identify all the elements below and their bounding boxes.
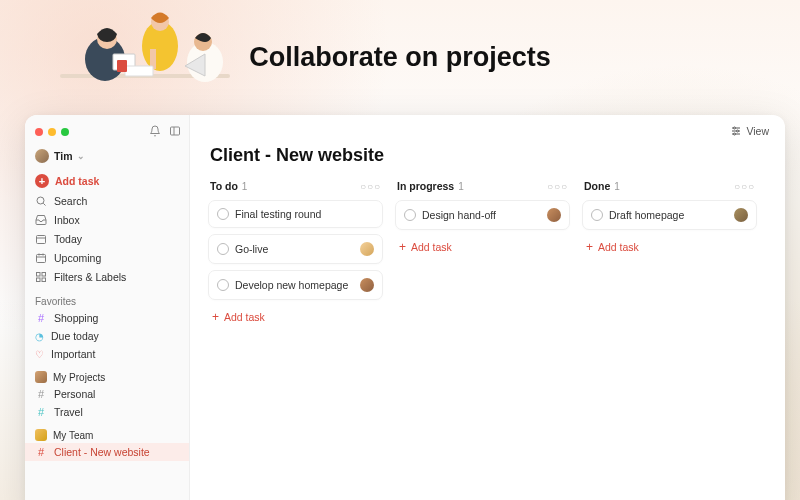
column-done: Done 1 ○○○ Draft homepage + Add task [582, 180, 757, 328]
inbox-icon [35, 214, 47, 226]
plus-icon: + [35, 174, 49, 188]
nav-label: Search [54, 195, 87, 207]
project-label: Client - New website [54, 446, 150, 458]
assignee-avatar[interactable] [360, 242, 374, 256]
svg-rect-22 [42, 272, 46, 276]
favorites-section-label: Favorites [25, 286, 189, 309]
sidebar: Tim ⌄ + Add task Search Inbox Today Upco… [25, 115, 190, 500]
column-title: In progress [397, 180, 454, 192]
svg-point-29 [737, 130, 739, 132]
card-title: Final testing round [235, 208, 374, 220]
hash-icon: # [35, 446, 47, 458]
nav-today[interactable]: Today [25, 229, 189, 248]
view-button[interactable]: View [730, 125, 769, 137]
plus-icon: + [212, 310, 219, 324]
calendar-today-icon [35, 233, 47, 245]
add-task-label: Add task [598, 241, 639, 253]
sliders-icon [730, 125, 742, 137]
heart-icon: ♡ [35, 349, 44, 360]
nav-inbox[interactable]: Inbox [25, 210, 189, 229]
close-dot[interactable] [35, 128, 43, 136]
column-more-icon[interactable]: ○○○ [547, 181, 568, 192]
task-card[interactable]: Go-live [208, 234, 383, 264]
nav-filters[interactable]: Filters & Labels [25, 267, 189, 286]
kanban-board: To do 1 ○○○ Final testing round Go-live [208, 180, 771, 328]
add-task-button[interactable]: + Add task [25, 171, 189, 191]
column-count: 1 [614, 181, 620, 192]
project-label: Travel [54, 406, 83, 418]
my-team-label: My Team [53, 430, 93, 441]
task-card[interactable]: Final testing round [208, 200, 383, 228]
plus-icon: + [586, 240, 593, 254]
checkbox[interactable] [217, 243, 229, 255]
column-in-progress: In progress 1 ○○○ Design hand-off + Add … [395, 180, 570, 328]
bell-icon[interactable] [149, 125, 161, 139]
add-task-button[interactable]: + Add task [208, 306, 383, 328]
project-label: Personal [54, 388, 95, 400]
user-name: Tim [54, 150, 72, 162]
favorite-label: Important [51, 348, 95, 360]
favorite-due-today[interactable]: ◔ Due today [25, 327, 189, 345]
zoom-dot[interactable] [61, 128, 69, 136]
sidebar-toggle-icon[interactable] [169, 125, 181, 139]
nav-label: Today [54, 233, 82, 245]
task-card[interactable]: Design hand-off [395, 200, 570, 230]
team-avatar-icon [35, 429, 47, 441]
grid-icon [35, 271, 47, 283]
drop-icon: ◔ [35, 331, 44, 342]
favorite-shopping[interactable]: # Shopping [25, 309, 189, 327]
nav-label: Filters & Labels [54, 271, 126, 283]
project-personal[interactable]: # Personal [25, 385, 189, 403]
svg-rect-24 [42, 278, 46, 282]
checkbox[interactable] [217, 279, 229, 291]
add-task-label: Add task [55, 175, 99, 187]
column-title: Done [584, 180, 610, 192]
window-topbar [25, 123, 189, 145]
column-todo: To do 1 ○○○ Final testing round Go-live [208, 180, 383, 328]
add-task-button[interactable]: + Add task [395, 236, 570, 258]
search-icon [35, 195, 47, 207]
favorite-important[interactable]: ♡ Important [25, 345, 189, 363]
checkbox[interactable] [404, 209, 416, 221]
svg-rect-21 [37, 272, 41, 276]
svg-rect-11 [171, 127, 180, 135]
minimize-dot[interactable] [48, 128, 56, 136]
my-projects-header[interactable]: My Projects [25, 363, 189, 385]
add-task-button[interactable]: + Add task [582, 236, 757, 258]
view-label: View [746, 125, 769, 137]
traffic-lights[interactable] [35, 128, 69, 136]
column-more-icon[interactable]: ○○○ [360, 181, 381, 192]
assignee-avatar[interactable] [734, 208, 748, 222]
checkbox[interactable] [591, 209, 603, 221]
assignee-avatar[interactable] [360, 278, 374, 292]
nav-label: Upcoming [54, 252, 101, 264]
favorite-label: Due today [51, 330, 99, 342]
assignee-avatar[interactable] [547, 208, 561, 222]
task-card[interactable]: Develop new homepage [208, 270, 383, 300]
hash-icon: # [35, 312, 47, 324]
card-title: Draft homepage [609, 209, 728, 221]
column-more-icon[interactable]: ○○○ [734, 181, 755, 192]
card-title: Go-live [235, 243, 354, 255]
add-task-label: Add task [224, 311, 265, 323]
main-content: View Client - New website To do 1 ○○○ Fi… [190, 115, 785, 500]
calendar-icon [35, 252, 47, 264]
my-team-header[interactable]: My Team [25, 421, 189, 443]
svg-rect-23 [37, 278, 41, 282]
user-menu[interactable]: Tim ⌄ [25, 145, 189, 171]
team-project-client-website[interactable]: # Client - New website [25, 443, 189, 461]
card-title: Develop new homepage [235, 279, 354, 291]
project-travel[interactable]: # Travel [25, 403, 189, 421]
task-card[interactable]: Draft homepage [582, 200, 757, 230]
nav-label: Inbox [54, 214, 80, 226]
my-projects-label: My Projects [53, 372, 105, 383]
svg-point-30 [734, 133, 736, 135]
svg-rect-15 [37, 235, 46, 243]
nav-upcoming[interactable]: Upcoming [25, 248, 189, 267]
column-count: 1 [242, 181, 248, 192]
hash-icon: # [35, 406, 47, 418]
nav-search[interactable]: Search [25, 191, 189, 210]
plus-icon: + [399, 240, 406, 254]
hero-title: Collaborate on projects [0, 42, 800, 73]
checkbox[interactable] [217, 208, 229, 220]
